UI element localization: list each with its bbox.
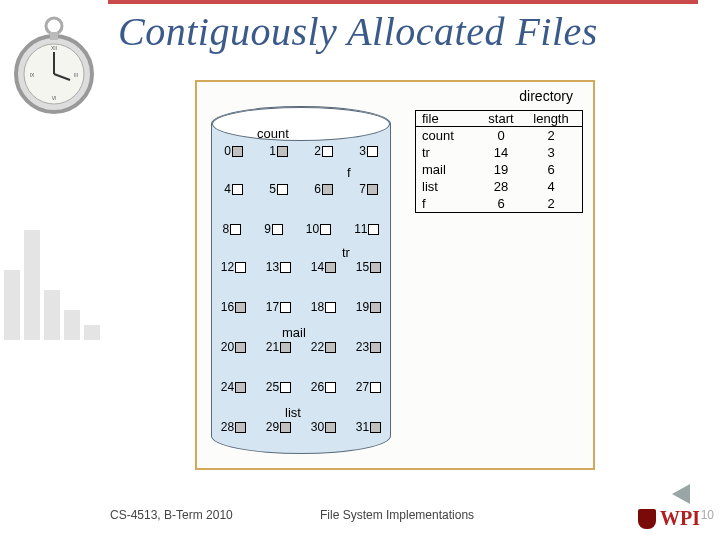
disk-block: 0 bbox=[224, 144, 243, 158]
disk-block: 10 bbox=[306, 222, 331, 236]
footer-topic: File System Implementations bbox=[320, 508, 474, 522]
disk-block: 17 bbox=[266, 300, 291, 314]
svg-text:XII: XII bbox=[51, 45, 57, 51]
svg-text:IX: IX bbox=[30, 72, 35, 78]
disk-block: 22 bbox=[311, 340, 336, 354]
file-label-f: f bbox=[347, 165, 351, 180]
back-arrow-icon[interactable] bbox=[672, 484, 690, 504]
wpi-logo: WPI bbox=[638, 507, 700, 530]
disk-block: 21 bbox=[266, 340, 291, 354]
svg-rect-3 bbox=[50, 32, 58, 40]
disk-block: 3 bbox=[359, 144, 378, 158]
svg-text:III: III bbox=[74, 72, 78, 78]
disk-row: 4567 bbox=[211, 182, 391, 196]
col-length: length bbox=[526, 111, 576, 126]
file-label-count: count bbox=[257, 126, 289, 141]
disk-block: 8 bbox=[222, 222, 241, 236]
disk-row: 12131415 bbox=[211, 260, 391, 274]
disk-block: 9 bbox=[264, 222, 283, 236]
disk-block: 26 bbox=[311, 380, 336, 394]
pocket-watch-image: XIIIII VIIX bbox=[8, 8, 100, 118]
svg-point-2 bbox=[46, 18, 62, 34]
disk-block: 25 bbox=[266, 380, 291, 394]
directory-row: f62 bbox=[416, 195, 582, 212]
disk-row: 24252627 bbox=[211, 380, 391, 394]
file-label-mail: mail bbox=[282, 325, 306, 340]
disk-row: 891011 bbox=[211, 222, 391, 236]
file-label-list: list bbox=[285, 405, 301, 420]
disk-block: 31 bbox=[356, 420, 381, 434]
svg-text:VI: VI bbox=[52, 95, 57, 101]
disk-row: 20212223 bbox=[211, 340, 391, 354]
disk-block: 28 bbox=[221, 420, 246, 434]
disk-block: 15 bbox=[356, 260, 381, 274]
disk-row: 0123 bbox=[211, 144, 391, 158]
disk-block: 5 bbox=[269, 182, 288, 196]
disk-block: 7 bbox=[359, 182, 378, 196]
disk-block: 13 bbox=[266, 260, 291, 274]
directory-table: file start length count02tr143mail196lis… bbox=[415, 110, 583, 213]
allocation-diagram: count f tr mail list 0123456789101112131… bbox=[195, 80, 595, 470]
header-rule bbox=[108, 0, 698, 4]
footer-course: CS-4513, B-Term 2010 bbox=[110, 508, 233, 522]
col-file: file bbox=[416, 111, 476, 126]
directory-row: mail196 bbox=[416, 161, 582, 178]
disk-block: 19 bbox=[356, 300, 381, 314]
disk-block: 18 bbox=[311, 300, 336, 314]
directory-row: tr143 bbox=[416, 144, 582, 161]
disk-block: 20 bbox=[221, 340, 246, 354]
disk-block: 12 bbox=[221, 260, 246, 274]
directory-row: list284 bbox=[416, 178, 582, 195]
decorative-bars bbox=[4, 140, 104, 340]
disk-block: 6 bbox=[314, 182, 333, 196]
slide-number: 10 bbox=[701, 508, 714, 522]
disk-row: 16171819 bbox=[211, 300, 391, 314]
disk-block: 14 bbox=[311, 260, 336, 274]
disk-block: 29 bbox=[266, 420, 291, 434]
file-label-tr: tr bbox=[342, 245, 350, 260]
disk-block: 2 bbox=[314, 144, 333, 158]
disk-block: 24 bbox=[221, 380, 246, 394]
disk-block: 30 bbox=[311, 420, 336, 434]
logo-text: WPI bbox=[660, 507, 700, 530]
disk-block: 16 bbox=[221, 300, 246, 314]
disk-block: 23 bbox=[356, 340, 381, 354]
shield-icon bbox=[638, 509, 656, 529]
disk-block: 27 bbox=[356, 380, 381, 394]
slide-title: Contiguously Allocated Files bbox=[118, 8, 598, 55]
disk-row: 28293031 bbox=[211, 420, 391, 434]
directory-title: directory bbox=[519, 88, 573, 104]
disk-block: 11 bbox=[354, 222, 379, 236]
disk-block: 4 bbox=[224, 182, 243, 196]
col-start: start bbox=[476, 111, 526, 126]
directory-row: count02 bbox=[416, 127, 582, 144]
disk-cylinder bbox=[211, 106, 391, 454]
disk-block: 1 bbox=[269, 144, 288, 158]
